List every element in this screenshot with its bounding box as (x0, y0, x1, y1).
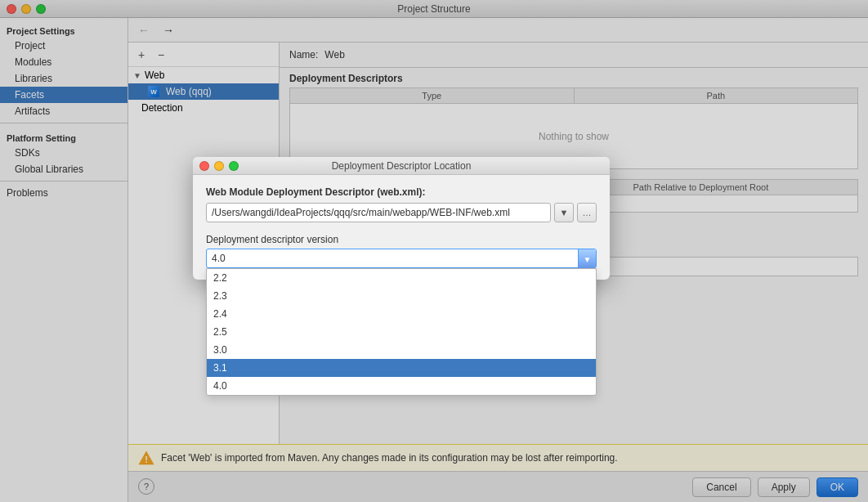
version-chevron-btn[interactable]: ▼ (578, 249, 596, 269)
version-dropdown: 2.2 2.3 2.4 2.5 3.0 3.1 4.0 (206, 268, 597, 396)
descriptor-path-input[interactable] (206, 203, 551, 222)
version-option-3-0[interactable]: 3.0 (207, 341, 596, 359)
version-option-2-4[interactable]: 2.4 (207, 305, 596, 323)
modal-overlay: Deployment Descriptor Location Web Modul… (0, 0, 868, 502)
version-option-2-3[interactable]: 2.3 (207, 287, 596, 305)
version-option-3-1[interactable]: 3.1 (207, 359, 596, 377)
descriptor-browse-btn[interactable]: … (577, 203, 597, 222)
descriptor-input-row: ▼ … (206, 203, 597, 222)
modal-window-controls (199, 161, 239, 171)
descriptor-field-label: Web Module Deployment Descriptor (web.xm… (206, 186, 597, 198)
version-option-4-0[interactable]: 4.0 (207, 377, 596, 395)
version-select-wrapper: 4.0 ▼ 2.2 2.3 2.4 2.5 3.0 3.1 4.0 (206, 249, 597, 268)
modal-title: Deployment Descriptor Location (332, 160, 472, 172)
modal-maximize-button[interactable] (229, 161, 239, 171)
modal-close-button[interactable] (199, 161, 209, 171)
version-option-2-5[interactable]: 2.5 (207, 323, 596, 341)
version-row: 4.0 ▼ 2.2 2.3 2.4 2.5 3.0 3.1 4.0 (206, 249, 597, 268)
version-option-2-2[interactable]: 2.2 (207, 269, 596, 287)
modal-minimize-button[interactable] (214, 161, 224, 171)
descriptor-dropdown-btn[interactable]: ▼ (554, 203, 574, 222)
version-select-display[interactable]: 4.0 ▼ (206, 249, 597, 268)
modal-body: Web Module Deployment Descriptor (web.xm… (193, 175, 610, 280)
version-field-label: Deployment descriptor version (206, 234, 597, 245)
deployment-descriptor-modal: Deployment Descriptor Location Web Modul… (193, 157, 610, 280)
modal-title-bar: Deployment Descriptor Location (193, 157, 610, 175)
